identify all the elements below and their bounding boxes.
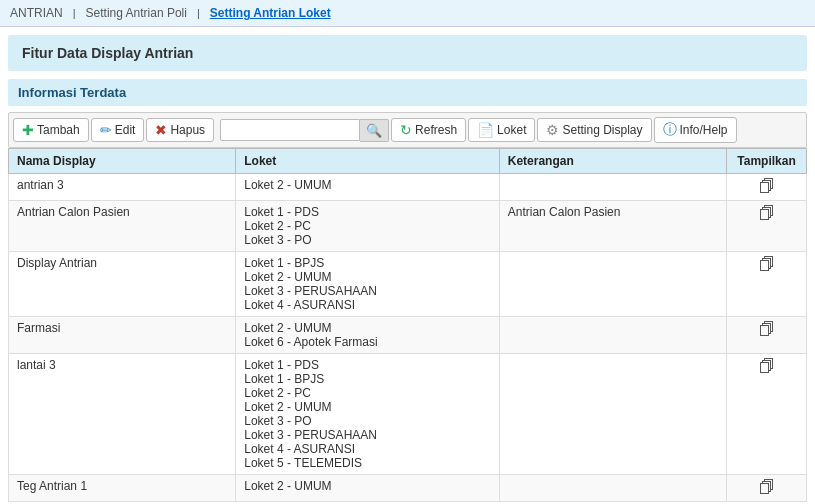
cell-keterangan: Antrian Calon Pasien	[499, 201, 726, 252]
col-loket: Loket	[236, 149, 499, 174]
cell-keterangan	[499, 354, 726, 475]
table-row: antrian 3Loket 2 - UMUM🗍	[9, 174, 807, 201]
hapus-label: Hapus	[170, 123, 205, 137]
col-nama-display: Nama Display	[9, 149, 236, 174]
col-tampilkan: Tampilkan	[727, 149, 807, 174]
cell-tampilkan[interactable]: 🗍	[727, 354, 807, 475]
cell-tampilkan[interactable]: 🗍	[727, 174, 807, 201]
loket-button[interactable]: 📄 Loket	[468, 118, 535, 142]
info-help-button[interactable]: ⓘ Info/Help	[654, 117, 737, 143]
nav-setting-loket[interactable]: Setting Antrian Loket	[210, 6, 331, 20]
main-section: Informasi Terdata ✚ Tambah ✏ Edit ✖ Hapu…	[8, 79, 807, 502]
cell-keterangan	[499, 174, 726, 201]
cell-nama: Farmasi	[9, 317, 236, 354]
edit-label: Edit	[115, 123, 136, 137]
refresh-label: Refresh	[415, 123, 457, 137]
section-title: Informasi Terdata	[8, 79, 807, 106]
cell-tampilkan[interactable]: 🗍	[727, 317, 807, 354]
cell-loket: Loket 2 - UMUM	[236, 475, 499, 502]
info-help-label: Info/Help	[680, 123, 728, 137]
setting-display-icon: ⚙	[546, 122, 559, 138]
table-row: Display AntrianLoket 1 - BPJSLoket 2 - U…	[9, 252, 807, 317]
cell-tampilkan[interactable]: 🗍	[727, 201, 807, 252]
tambah-label: Tambah	[37, 123, 80, 137]
cell-nama: Antrian Calon Pasien	[9, 201, 236, 252]
toolbar: ✚ Tambah ✏ Edit ✖ Hapus 🔍 ↻ Refresh 📄 Lo…	[8, 112, 807, 148]
nav-divider-2: |	[197, 7, 200, 19]
table-header-row: Nama Display Loket Keterangan Tampilkan	[9, 149, 807, 174]
cell-loket: Loket 1 - PDSLoket 1 - BPJSLoket 2 - PCL…	[236, 354, 499, 475]
cell-nama: Display Antrian	[9, 252, 236, 317]
cell-loket: Loket 2 - UMUMLoket 6 - Apotek Farmasi	[236, 317, 499, 354]
table-row: lantai 3Loket 1 - PDSLoket 1 - BPJSLoket…	[9, 354, 807, 475]
display-icon[interactable]: 🗍	[759, 178, 775, 195]
display-icon[interactable]: 🗍	[759, 256, 775, 273]
cell-nama: antrian 3	[9, 174, 236, 201]
refresh-button[interactable]: ↻ Refresh	[391, 118, 466, 142]
cell-loket: Loket 1 - PDSLoket 2 - PCLoket 3 - PO	[236, 201, 499, 252]
cell-nama: lantai 3	[9, 354, 236, 475]
display-icon[interactable]: 🗍	[759, 479, 775, 496]
display-icon[interactable]: 🗍	[759, 205, 775, 222]
edit-button[interactable]: ✏ Edit	[91, 118, 145, 142]
table-row: Antrian Calon PasienLoket 1 - PDSLoket 2…	[9, 201, 807, 252]
data-table: Nama Display Loket Keterangan Tampilkan …	[8, 148, 807, 502]
nav-setting-poli[interactable]: Setting Antrian Poli	[86, 6, 187, 20]
refresh-icon: ↻	[400, 122, 412, 138]
nav-antrian[interactable]: ANTRIAN	[10, 6, 63, 20]
page-header: Fitur Data Display Antrian	[8, 35, 807, 71]
cell-keterangan	[499, 317, 726, 354]
cell-keterangan	[499, 475, 726, 502]
loket-icon: 📄	[477, 122, 494, 138]
cell-tampilkan[interactable]: 🗍	[727, 475, 807, 502]
edit-icon: ✏	[100, 122, 112, 138]
col-keterangan: Keterangan	[499, 149, 726, 174]
setting-display-label: Setting Display	[562, 123, 642, 137]
page-title: Fitur Data Display Antrian	[22, 45, 193, 61]
search-box: 🔍	[220, 119, 389, 142]
cell-nama: Teg Antrian 1	[9, 475, 236, 502]
top-navigation: ANTRIAN | Setting Antrian Poli | Setting…	[0, 0, 815, 27]
info-help-icon: ⓘ	[663, 121, 677, 139]
tambah-button[interactable]: ✚ Tambah	[13, 118, 89, 142]
cell-keterangan	[499, 252, 726, 317]
display-icon[interactable]: 🗍	[759, 358, 775, 375]
hapus-button[interactable]: ✖ Hapus	[146, 118, 214, 142]
cell-loket: Loket 1 - BPJSLoket 2 - UMUMLoket 3 - PE…	[236, 252, 499, 317]
table-row: Teg Antrian 1Loket 2 - UMUM🗍	[9, 475, 807, 502]
cell-loket: Loket 2 - UMUM	[236, 174, 499, 201]
table-row: FarmasiLoket 2 - UMUMLoket 6 - Apotek Fa…	[9, 317, 807, 354]
loket-label: Loket	[497, 123, 526, 137]
search-input[interactable]	[220, 119, 360, 141]
tambah-icon: ✚	[22, 122, 34, 138]
display-icon[interactable]: 🗍	[759, 321, 775, 338]
hapus-icon: ✖	[155, 122, 167, 138]
cell-tampilkan[interactable]: 🗍	[727, 252, 807, 317]
search-button[interactable]: 🔍	[360, 119, 389, 142]
setting-display-button[interactable]: ⚙ Setting Display	[537, 118, 651, 142]
nav-divider-1: |	[73, 7, 76, 19]
